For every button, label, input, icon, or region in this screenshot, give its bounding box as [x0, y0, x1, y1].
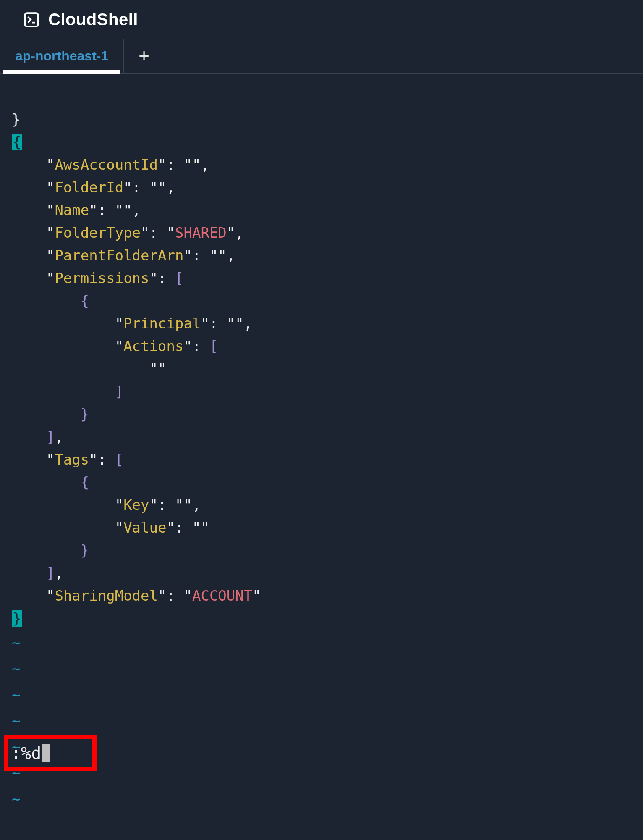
- cursor-icon: [42, 744, 50, 762]
- json-key: Key: [123, 496, 149, 513]
- json-key: SharingModel: [55, 587, 158, 604]
- app-title: CloudShell: [48, 10, 138, 29]
- tab-region-label: ap-northeast-1: [15, 48, 108, 64]
- json-key: Tags: [55, 451, 89, 468]
- vim-command-line[interactable]: :%d: [11, 743, 50, 763]
- highlight-box: :%d: [4, 735, 97, 771]
- json-key: Actions: [123, 338, 183, 354]
- json-key: FolderId: [55, 179, 123, 196]
- tab-region[interactable]: ap-northeast-1: [0, 39, 124, 73]
- json-key: Permissions: [55, 270, 149, 286]
- json-value: SHARED: [175, 224, 227, 241]
- json-value: ACCOUNT: [192, 587, 252, 604]
- new-tab-button[interactable]: +: [124, 39, 164, 73]
- json-key: AwsAccountId: [55, 156, 158, 173]
- json-key: Value: [123, 519, 166, 536]
- tab-bar: ap-northeast-1 +: [0, 39, 643, 74]
- plus-icon: +: [139, 45, 149, 66]
- json-key: Principal: [123, 315, 201, 332]
- cloudshell-header: CloudShell: [0, 0, 643, 39]
- terminal-icon: [23, 11, 40, 28]
- vim-empty-lines: ~ ~ ~ ~ ~ ~ ~: [0, 630, 643, 812]
- terminal-output[interactable]: } { "AwsAccountId": "", "FolderId": "", …: [0, 74, 643, 630]
- vim-command-text: :%d: [11, 743, 41, 763]
- json-key: Name: [55, 202, 89, 218]
- json-key: ParentFolderArn: [55, 247, 183, 264]
- json-key: FolderType: [55, 224, 141, 241]
